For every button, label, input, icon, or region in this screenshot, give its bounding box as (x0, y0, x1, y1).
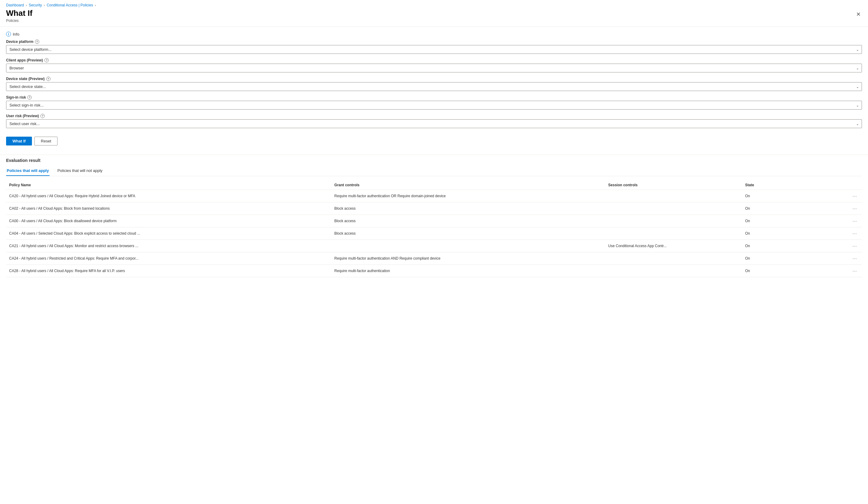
cell-policy-name: CA02 - All users / All Cloud Apps: Block… (6, 202, 331, 215)
eval-section: Evaluation result Policies that will app… (0, 158, 868, 277)
client-apps-wrapper: Browser ⌄ (6, 64, 862, 72)
cell-state: On (742, 190, 810, 202)
breadcrumb-dashboard[interactable]: Dashboard (6, 3, 24, 7)
cell-grant-controls: Block access (331, 215, 605, 227)
table-row: CA04 - All users / Selected Cloud Apps: … (6, 227, 862, 240)
breadcrumb-sep-2: › (44, 3, 45, 7)
cell-grant-controls (331, 240, 605, 252)
client-apps-label: Client apps (Preview) ? (6, 58, 862, 62)
eval-divider (0, 154, 868, 155)
page-header: What If Policies ✕ (0, 9, 868, 23)
sign-in-risk-group: Sign-in risk ? Select sign-in risk... ⌄ (6, 95, 862, 110)
cell-state: On (742, 265, 810, 277)
cell-state: On (742, 240, 810, 252)
cell-state: On (742, 227, 810, 240)
cell-state: On (742, 252, 810, 265)
what-if-button[interactable]: What If (6, 137, 32, 145)
row-ellipsis-button[interactable]: ··· (851, 268, 859, 274)
cell-grant-controls: Require multi-factor authentication (331, 265, 605, 277)
cell-session-controls (605, 202, 742, 215)
client-apps-group: Client apps (Preview) ? Browser ⌄ (6, 58, 862, 72)
results-table: Policy Name Grant controls Session contr… (6, 181, 862, 277)
cell-actions: ··· (810, 202, 862, 215)
page-subtitle: Policies (6, 19, 32, 23)
table-row: CA28 - All hybrid users / All Cloud Apps… (6, 265, 862, 277)
device-platform-group: Device platform ? Select device platform… (6, 40, 862, 54)
device-state-wrapper: Select device state... ⌄ (6, 82, 862, 91)
sign-in-risk-wrapper: Select sign-in risk... ⌄ (6, 101, 862, 110)
cell-grant-controls: Require multi-factor authentication AND … (331, 252, 605, 265)
table-row: CA00 - All users / All Cloud Apps: Block… (6, 215, 862, 227)
device-state-label: Device state (Preview) ? (6, 77, 862, 81)
info-bar: i Info (0, 30, 868, 40)
cell-policy-name: CA04 - All users / Selected Cloud Apps: … (6, 227, 331, 240)
row-ellipsis-button[interactable]: ··· (851, 193, 859, 199)
header-divider (0, 27, 868, 27)
cell-actions: ··· (810, 252, 862, 265)
breadcrumb-sep-1: › (26, 3, 27, 7)
col-header-session-controls: Session controls (605, 181, 742, 190)
reset-button[interactable]: Reset (34, 137, 58, 145)
breadcrumb-security[interactable]: Security (29, 3, 42, 7)
cell-session-controls (605, 190, 742, 202)
cell-actions: ··· (810, 227, 862, 240)
device-state-help-icon[interactable]: ? (46, 77, 51, 81)
cell-policy-name: CA24 - All hybrid users / Restricted and… (6, 252, 331, 265)
device-state-group: Device state (Preview) ? Select device s… (6, 77, 862, 91)
info-label: Info (13, 32, 20, 37)
button-row: What If Reset (0, 132, 868, 152)
table-row: CA20 - All hybrid users / All Cloud Apps… (6, 190, 862, 202)
results-table-container: Policy Name Grant controls Session contr… (6, 181, 862, 277)
breadcrumb: Dashboard › Security › Conditional Acces… (0, 0, 868, 9)
col-header-grant-controls: Grant controls (331, 181, 605, 190)
cell-policy-name: CA20 - All hybrid users / All Cloud Apps… (6, 190, 331, 202)
form-section: Device platform ? Select device platform… (0, 40, 868, 128)
cell-state: On (742, 215, 810, 227)
sign-in-risk-help-icon[interactable]: ? (27, 95, 32, 100)
breadcrumb-sep-3: › (95, 3, 96, 7)
cell-session-controls (605, 215, 742, 227)
row-ellipsis-button[interactable]: ··· (851, 205, 859, 212)
user-risk-label: User risk (Preview) ? (6, 114, 862, 118)
client-apps-help-icon[interactable]: ? (44, 58, 49, 62)
col-header-policy-name: Policy Name (6, 181, 331, 190)
cell-actions: ··· (810, 190, 862, 202)
table-row: CA24 - All hybrid users / Restricted and… (6, 252, 862, 265)
device-platform-help-icon[interactable]: ? (35, 40, 39, 44)
sign-in-risk-select[interactable]: Select sign-in risk... (6, 101, 862, 110)
cell-actions: ··· (810, 215, 862, 227)
cell-grant-controls: Require multi-factor authentication OR R… (331, 190, 605, 202)
user-risk-group: User risk (Preview) ? Select user risk..… (6, 114, 862, 128)
page-title: What If (6, 9, 32, 18)
cell-grant-controls: Block access (331, 202, 605, 215)
cell-grant-controls: Block access (331, 227, 605, 240)
device-platform-select[interactable]: Select device platform... (6, 45, 862, 54)
cell-policy-name: CA21 - All hybrid users / All Cloud Apps… (6, 240, 331, 252)
close-button[interactable]: ✕ (855, 10, 862, 19)
row-ellipsis-button[interactable]: ··· (851, 255, 859, 261)
cell-state: On (742, 202, 810, 215)
breadcrumb-ca-policies[interactable]: Conditional Access | Policies (46, 3, 93, 7)
cell-session-controls (605, 265, 742, 277)
device-platform-wrapper: Select device platform... ⌄ (6, 45, 862, 54)
cell-session-controls (605, 227, 742, 240)
eval-title: Evaluation result (6, 158, 862, 163)
cell-session-controls (605, 252, 742, 265)
cell-policy-name: CA00 - All users / All Cloud Apps: Block… (6, 215, 331, 227)
user-risk-select[interactable]: Select user risk... (6, 119, 862, 128)
table-header-row: Policy Name Grant controls Session contr… (6, 181, 862, 190)
row-ellipsis-button[interactable]: ··· (851, 243, 859, 249)
device-state-select[interactable]: Select device state... (6, 82, 862, 91)
table-row: CA21 - All hybrid users / All Cloud Apps… (6, 240, 862, 252)
row-ellipsis-button[interactable]: ··· (851, 218, 859, 224)
row-ellipsis-button[interactable]: ··· (851, 230, 859, 236)
client-apps-select[interactable]: Browser (6, 64, 862, 72)
cell-policy-name: CA28 - All hybrid users / All Cloud Apps… (6, 265, 331, 277)
cell-actions: ··· (810, 265, 862, 277)
user-risk-help-icon[interactable]: ? (40, 114, 45, 118)
info-icon: i (6, 32, 11, 37)
cell-session-controls: Use Conditional Access App Contr... (605, 240, 742, 252)
tab-policies-not-apply[interactable]: Policies that will not apply (57, 166, 103, 176)
sign-in-risk-label: Sign-in risk ? (6, 95, 862, 100)
tab-policies-apply[interactable]: Policies that will apply (6, 166, 50, 176)
